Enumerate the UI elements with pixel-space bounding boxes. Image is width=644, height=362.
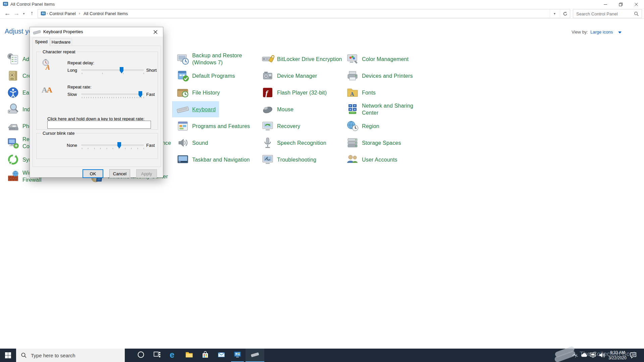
slider-tick: [114, 97, 114, 98]
admin-tools-icon: [6, 52, 20, 66]
tray-hidden-icons-icon[interactable]: [571, 351, 579, 359]
cp-item-color-management[interactable]: Color Management: [342, 51, 412, 67]
ok-button[interactable]: OK: [83, 169, 103, 178]
slider-tick: [82, 97, 82, 98]
cp-item-devices-and-printers[interactable]: Devices and Printers: [342, 68, 416, 84]
tab-speed[interactable]: Speed: [33, 38, 50, 46]
dialog-titlebar[interactable]: Keyboard Properties: [30, 27, 163, 37]
edge-icon: e: [169, 351, 177, 360]
repeat-rate-slider[interactable]: [82, 94, 144, 95]
tray-onedrive-icon[interactable]: [580, 351, 588, 359]
cp-item-label: Sound: [192, 139, 208, 146]
cp-item-label: BitLocker Drive Encryption: [277, 56, 342, 63]
cp-item-recovery[interactable]: Recovery: [257, 118, 304, 134]
slider-tick: [107, 148, 107, 149]
slider-tick: [91, 97, 91, 98]
slider-tick: [88, 148, 88, 149]
cursor-blink-rate-label: Cursor blink rate: [41, 131, 76, 136]
tab-hardware[interactable]: Hardware: [50, 39, 72, 46]
tb-keyboard-icon: [251, 351, 259, 360]
tray-volume-icon[interactable]: [598, 351, 606, 359]
cp-item-label: File History: [192, 89, 220, 96]
cp-item-label: Speech Recognition: [277, 139, 326, 146]
svg-text:e: e: [170, 351, 174, 359]
cp-item-label: Backup and Restore(Windows 7): [192, 52, 242, 66]
cp-item-flash-player[interactable]: fFlash Player (32-bit): [257, 84, 330, 101]
repeat-delay-slider[interactable]: [82, 69, 144, 71]
slider-tick: [82, 73, 82, 74]
slider-tick: [130, 97, 130, 98]
taskbar-app-task-view[interactable]: [149, 349, 165, 362]
programs-features-icon: [176, 119, 190, 133]
taskbar-app-mail[interactable]: [213, 349, 229, 362]
cp-item-region[interactable]: Region: [342, 118, 383, 134]
cp-item-speech-recognition[interactable]: Speech Recognition: [257, 135, 330, 151]
phone-modem-icon: [6, 119, 20, 133]
cp-item-default-programs[interactable]: Default Programs: [172, 68, 238, 84]
start-button[interactable]: [0, 349, 16, 362]
cursor-blink-max-label: Fast: [146, 143, 155, 148]
control-panel-icon: [233, 351, 241, 360]
slider-tick: [118, 97, 119, 98]
cp-item-programs-and-features[interactable]: Programs and Features: [172, 118, 253, 134]
cp-item-file-history[interactable]: File History: [172, 84, 223, 101]
slider-tick: [102, 97, 103, 98]
svg-text:A: A: [47, 85, 53, 94]
taskbar-app-file-explorer[interactable]: [181, 349, 197, 362]
slider-thumb[interactable]: [117, 142, 121, 148]
mail-icon: [217, 351, 225, 360]
apply-button[interactable]: Apply: [136, 169, 157, 178]
taskbar-navigation-icon: [176, 153, 190, 166]
slider-tick: [125, 97, 125, 98]
file-history-icon: [176, 86, 190, 99]
slider-tick: [135, 97, 135, 98]
svg-text:A: A: [45, 64, 50, 71]
cursor-blink-slider[interactable]: [82, 144, 144, 146]
taskbar-app-store[interactable]: [197, 349, 213, 362]
repeat-rate-min-label: Slow: [67, 92, 77, 97]
taskbar-app-control-panel[interactable]: [229, 349, 246, 362]
cp-item-mouse[interactable]: Mouse: [257, 101, 297, 117]
desktop: All Control Panel Items ← → ▾ ↑ Control …: [0, 0, 644, 362]
cursor-blink-min-label: None: [67, 143, 77, 148]
cp-item-taskbar-and-navigation[interactable]: Taskbar and Navigation: [172, 152, 253, 168]
color-management-icon: [346, 52, 359, 66]
action-center-icon[interactable]: [629, 351, 638, 359]
cp-item-user-accounts[interactable]: User Accounts: [342, 152, 401, 168]
slider-tick: [82, 148, 82, 149]
cp-item-network-and-sharing-center[interactable]: Network and SharingCenter: [342, 101, 417, 117]
cp-item-troubleshooting[interactable]: Troubleshooting: [257, 152, 320, 168]
cancel-button[interactable]: Cancel: [109, 169, 130, 178]
taskbar-app-cortana[interactable]: [133, 349, 149, 362]
dialog-close-icon[interactable]: [148, 27, 163, 37]
slider-tick: [125, 148, 125, 149]
task-view-icon: [153, 351, 161, 360]
cp-item-fonts[interactable]: AFonts: [342, 84, 379, 101]
cp-item-label: Flash Player (32-bit): [277, 89, 327, 96]
taskbar-clock[interactable]: 9:33 AM3/22/2020: [607, 350, 628, 361]
repeat-delay-label: Repeat delay:: [67, 60, 94, 65]
cp-item-device-manager[interactable]: Device Manager: [257, 68, 320, 84]
taskbar-app-keyboard-properties[interactable]: [246, 349, 264, 362]
network-sharing-icon: [346, 103, 359, 116]
cp-item-keyboard[interactable]: Keyboard: [172, 101, 219, 117]
cp-item-backup-and-restore[interactable]: Backup and Restore(Windows 7): [172, 51, 246, 67]
cp-item-sound[interactable]: Sound: [172, 135, 211, 151]
test-repeat-rate-input[interactable]: [47, 121, 151, 129]
repeat-delay-min-label: Long: [67, 68, 77, 73]
cp-item-storage-spaces[interactable]: Storage Spaces: [342, 135, 405, 151]
troubleshooting-icon: [261, 153, 274, 166]
speech-recognition-icon: [261, 136, 274, 149]
tray-network-icon[interactable]: [589, 351, 597, 359]
taskbar-search-input[interactable]: Type here to search: [16, 349, 125, 362]
slider-tick: [102, 73, 103, 74]
slider-tick: [84, 97, 85, 98]
fonts-icon: A: [346, 86, 359, 99]
slider-tick: [121, 97, 121, 98]
taskbar-app-edge[interactable]: e: [165, 349, 181, 362]
cp-item-bitlocker-drive-encryption[interactable]: BitLocker Drive Encryption: [257, 51, 345, 67]
slider-tick: [119, 148, 119, 149]
flash-player-icon: f: [261, 86, 274, 99]
slider-tick: [131, 148, 131, 149]
repeat-rate-max-label: Fast: [146, 92, 155, 97]
